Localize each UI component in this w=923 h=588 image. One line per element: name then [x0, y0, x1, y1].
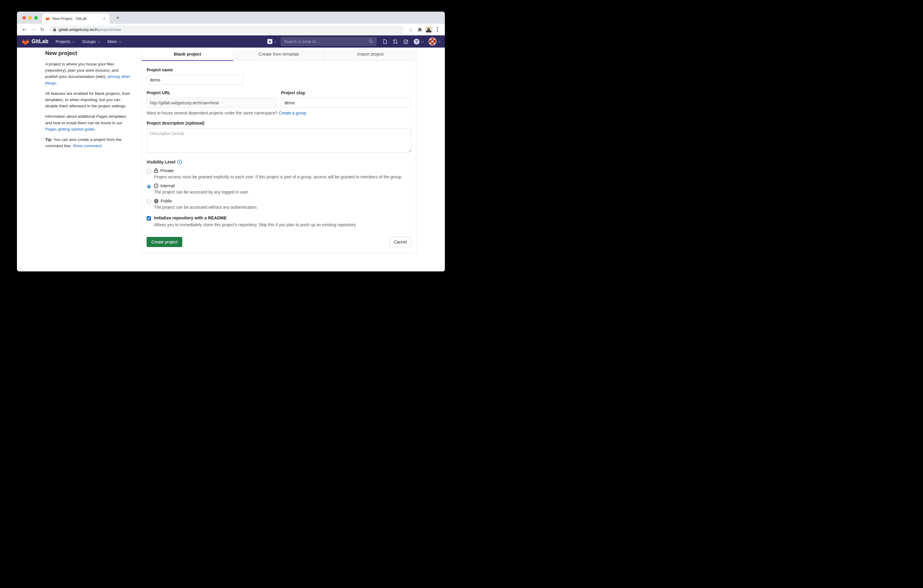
visibility-level-label: Visibility Level — [146, 159, 176, 164]
readme-checkbox[interactable] — [146, 216, 151, 220]
close-window-button[interactable] — [22, 16, 26, 20]
internal-description: The project can be accessed by any logge… — [154, 189, 249, 195]
help-menu[interactable]: ? — [414, 39, 423, 44]
page-url: gitlab.widgetcorp.tech/projects/new — [59, 27, 121, 32]
initialize-readme-row: Initialize repository with a README Allo… — [146, 215, 411, 228]
browser-window: New Project · GitLab × + ← → ↻ gitlab.wi… — [17, 11, 445, 271]
project-name-label: Project name — [146, 67, 411, 72]
new-menu-button[interactable]: + — [267, 39, 276, 44]
project-description-label: Project description (optional) — [146, 121, 411, 125]
sidebar-paragraph: A project is where you house your files … — [45, 61, 132, 86]
browser-menu-icon[interactable] — [433, 27, 442, 32]
form-actions: Create project Cancel — [146, 237, 411, 247]
chevron-down-icon — [274, 40, 276, 43]
browser-tab[interactable]: New Project · GitLab × — [42, 13, 109, 24]
namespace-hint: Want to house several dependent projects… — [146, 111, 411, 115]
project-description-textarea[interactable] — [146, 128, 411, 153]
tab-create-from-template[interactable]: Create from template — [233, 48, 325, 61]
bookmark-star-icon[interactable]: ☆ — [406, 27, 415, 33]
nav-projects[interactable]: Projects — [56, 39, 75, 44]
svg-text:?: ? — [179, 160, 181, 164]
project-type-tabs: Blank project Create from template Impor… — [142, 48, 416, 61]
visibility-option-private: Private Project access must be granted e… — [146, 168, 411, 180]
project-url-label: Project URL — [146, 90, 276, 95]
screenshot: New Project · GitLab × + ← → ↻ gitlab.wi… — [0, 0, 462, 294]
chevron-down-icon — [438, 40, 440, 43]
chevron-down-icon — [72, 40, 75, 43]
visibility-option-public: Public The project can be accessed witho… — [146, 199, 411, 210]
visibility-option-internal: Internal The project can be accessed by … — [146, 184, 411, 195]
globe-icon — [154, 199, 158, 203]
check-icon — [147, 217, 151, 220]
user-menu[interactable] — [429, 38, 440, 46]
private-description: Project access must be granted explicitl… — [154, 174, 402, 180]
gitlab-navbar: GitLab Projects Groups More + — [17, 35, 445, 48]
blank-project-form: Project name Project URL Project slug Wa… — [142, 61, 416, 253]
sidebar-help-column: New project A project is where you house… — [45, 50, 132, 153]
gitlab-favicon — [45, 16, 50, 21]
lock-icon — [53, 28, 56, 31]
browser-toolbar: ← → ↻ gitlab.widgetcorp.tech/projects/ne… — [17, 24, 445, 35]
forward-icon: → — [29, 27, 38, 33]
lock-icon — [154, 168, 158, 173]
tab-title: New Project · GitLab — [53, 16, 99, 21]
nav-groups[interactable]: Groups — [82, 39, 100, 44]
extensions-puzzle-icon[interactable] — [415, 27, 424, 32]
project-url-input[interactable] — [146, 98, 276, 108]
help-icon: ? — [414, 39, 420, 44]
private-radio[interactable] — [146, 169, 151, 174]
issues-icon[interactable] — [383, 39, 388, 44]
create-project-button[interactable]: Create project — [146, 237, 182, 247]
search-icon — [369, 39, 373, 44]
address-bar[interactable]: gitlab.widgetcorp.tech/projects/new — [49, 26, 404, 34]
readme-label[interactable]: Initialize repository with a README — [154, 215, 356, 220]
chevron-down-icon — [119, 40, 121, 43]
project-name-input[interactable] — [146, 75, 243, 85]
page-content: New project A project is where you house… — [17, 48, 445, 271]
browser-profile-avatar[interactable] — [424, 26, 433, 33]
reload-icon[interactable]: ↻ — [38, 27, 47, 33]
help-question-icon[interactable]: ? — [177, 159, 182, 164]
gitlab-brand[interactable]: GitLab — [31, 38, 48, 44]
nav-more[interactable]: More — [107, 39, 121, 44]
sidebar-paragraph: Information about additional Pages templ… — [45, 113, 132, 132]
todos-icon[interactable] — [403, 39, 408, 44]
browser-tab-strip: New Project · GitLab × + — [17, 11, 445, 24]
project-slug-label: Project slug — [281, 90, 411, 95]
sidebar-paragraph: All features are enabled for blank proje… — [45, 90, 132, 109]
internal-radio[interactable] — [146, 184, 151, 189]
internal-label[interactable]: Internal — [160, 184, 174, 188]
page-title: New project — [45, 50, 132, 56]
readme-description: Allows you to immediately clone this pro… — [154, 222, 356, 228]
show-command-link[interactable]: Show command — [72, 144, 102, 148]
cancel-button[interactable]: Cancel — [389, 237, 411, 247]
visibility-level-header: Visibility Level ? — [146, 159, 411, 164]
window-controls — [22, 16, 38, 20]
private-label[interactable]: Private — [160, 168, 174, 173]
search-input[interactable] — [284, 39, 369, 44]
chevron-down-icon — [421, 40, 424, 43]
plus-icon: + — [267, 39, 273, 44]
sidebar-tip: Tip: You can also create a project from … — [45, 136, 132, 149]
create-a-group-link[interactable]: Create a group. — [279, 111, 307, 115]
new-tab-button[interactable]: + — [114, 14, 122, 22]
public-label[interactable]: Public — [161, 199, 172, 203]
new-project-card: Blank project Create from template Impor… — [141, 48, 416, 253]
user-avatar — [429, 38, 437, 46]
project-slug-input[interactable] — [281, 98, 411, 108]
close-tab-icon[interactable]: × — [102, 16, 107, 21]
tab-blank-project[interactable]: Blank project — [142, 48, 233, 61]
tab-import-project[interactable]: Import project — [325, 48, 416, 61]
chevron-down-icon — [98, 40, 100, 43]
merge-requests-icon[interactable] — [393, 39, 398, 44]
global-search[interactable] — [281, 37, 376, 46]
gitlab-logo[interactable] — [22, 38, 29, 45]
minimize-window-button[interactable] — [28, 16, 32, 20]
back-icon[interactable]: ← — [20, 27, 29, 33]
public-radio[interactable] — [146, 199, 151, 204]
shield-icon — [154, 184, 158, 188]
zoom-window-button[interactable] — [34, 16, 38, 20]
public-description: The project can be accessed without any … — [154, 204, 258, 210]
pages-guide-link[interactable]: Pages getting started guide — [45, 127, 95, 131]
